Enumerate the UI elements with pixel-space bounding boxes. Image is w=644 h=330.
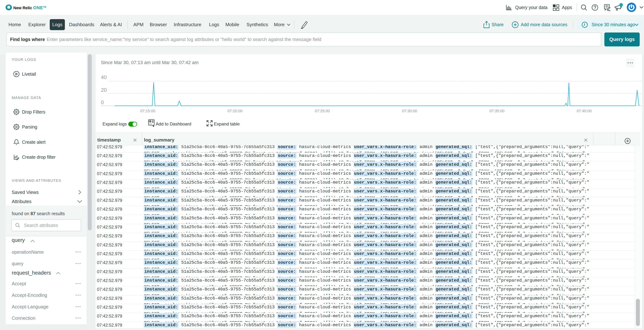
svg-text:07:15:00: 07:15:00 [140,109,155,113]
svg-text:07:30:00: 07:30:00 [402,109,417,113]
svg-text:40: 40 [101,74,107,80]
svg-text:0: 0 [101,99,104,105]
svg-text:07:20:00: 07:20:00 [228,109,242,113]
svg-text:07:35:00: 07:35:00 [490,109,504,113]
svg-text:07:25:00: 07:25:00 [315,109,330,113]
svg-text:20: 20 [101,87,107,93]
svg-text:07:40:00: 07:40:00 [576,109,592,113]
